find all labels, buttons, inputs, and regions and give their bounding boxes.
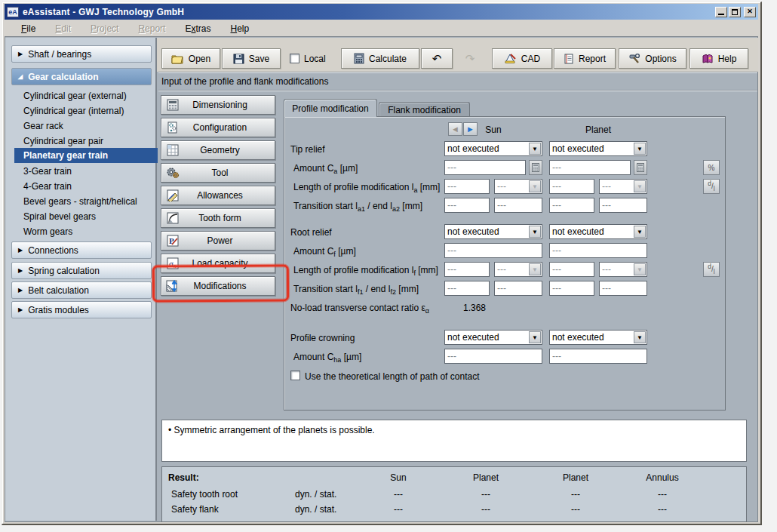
sidebar-item-3-gear-train[interactable]: 3-Gear train	[11, 164, 156, 179]
maximize-button[interactable]	[729, 7, 741, 17]
sidebar-item-cylindrical-gear-internal[interactable]: Cylindrical gear (internal)	[11, 103, 156, 118]
sidebar-group-connections[interactable]: ▶ Connections	[11, 241, 152, 259]
transition-f2-sun-input[interactable]	[494, 281, 542, 296]
result-value: ---	[628, 504, 696, 515]
notepad-icon	[564, 53, 574, 64]
power-button[interactable]: P Power	[161, 231, 275, 251]
modifications-button[interactable]: Modifications	[161, 276, 275, 296]
length-lf-planet-select[interactable]: ---▼	[599, 262, 647, 277]
open-button[interactable]: Open	[161, 48, 220, 69]
profile-modification-panel: ◄ ► Sun Planet Tip relief not executed▼ …	[284, 116, 726, 411]
dropdown-arrow-icon[interactable]: ▼	[529, 226, 541, 238]
sidebar-group-shaft-bearings[interactable]: ▶ Shaft / bearings	[11, 45, 152, 63]
profile-crowning-planet-select[interactable]: not executed▼	[549, 330, 647, 345]
transition-a1-sun-input[interactable]	[444, 198, 490, 213]
minimize-button[interactable]	[715, 7, 727, 17]
tool-button[interactable]: Tool	[161, 163, 275, 183]
root-relief-sun-select[interactable]: not executed▼	[444, 224, 542, 239]
local-checkbox-label: Local	[304, 54, 326, 64]
calculator-icon	[354, 53, 364, 64]
collapsed-arrow-icon: ▶	[18, 51, 23, 57]
percent-button[interactable]: %	[703, 160, 720, 175]
tip-relief-planet-select[interactable]: not executed▼	[549, 141, 647, 156]
sidebar-group-spring-calculation[interactable]: ▶ Spring calculation	[11, 262, 152, 279]
tip-relief-label: Tip relief	[290, 144, 325, 155]
cad-button[interactable]: CAD	[492, 48, 552, 69]
amount-cf-planet-input[interactable]	[549, 243, 647, 258]
amount-cha-sun-input[interactable]	[444, 349, 542, 364]
transition-f1-sun-input[interactable]	[444, 281, 490, 296]
amount-ca-sun-input[interactable]	[444, 160, 526, 175]
sidebar-item-planetary-gear-train[interactable]: Planetary gear train	[14, 148, 158, 163]
transition-f1-planet-input[interactable]	[549, 281, 594, 296]
sigma-x-icon: σx	[165, 257, 180, 270]
calculate-button[interactable]: Calculate	[341, 48, 419, 69]
root-relief-planet-select[interactable]: not executed▼	[549, 224, 647, 239]
amount-ca-planet-input[interactable]	[549, 160, 631, 175]
configuration-button[interactable]: Configuration	[161, 118, 275, 137]
dropdown-arrow-icon: ▼	[529, 263, 541, 275]
dropdown-arrow-icon[interactable]: ▼	[529, 331, 541, 343]
dl-ratio-button[interactable]: d/l	[703, 179, 720, 194]
transition-f2-planet-input[interactable]	[599, 281, 647, 296]
amount-ca-planet-calc-button[interactable]	[634, 160, 647, 175]
result-panel: Result: Sun Planet Planet Annulus Safety…	[161, 466, 747, 522]
result-column-planet1: Planet	[452, 472, 520, 483]
amount-ca-sun-calc-button[interactable]	[529, 160, 542, 175]
transition-a2-planet-input[interactable]	[599, 198, 647, 213]
dropdown-arrow-icon[interactable]: ▼	[634, 226, 646, 238]
transition-a2-sun-input[interactable]	[494, 198, 542, 213]
allowances-button[interactable]: Allowances	[161, 186, 275, 205]
options-button[interactable]: Options	[619, 48, 686, 69]
sidebar-item-worm-gears[interactable]: Worm gears	[11, 224, 156, 239]
profile-crowning-sun-select[interactable]: not executed▼	[444, 330, 542, 345]
sidebar-item-gear-rack[interactable]: Gear rack	[11, 118, 156, 134]
sidebar-item-bevel-gears[interactable]: Bevel gears - straight/helical	[11, 194, 156, 209]
menu-file[interactable]: File	[21, 23, 35, 34]
help-button[interactable]: Help	[689, 48, 748, 69]
dropdown-arrow-icon[interactable]: ▼	[529, 143, 541, 155]
sidebar-item-cylindrical-gear-external[interactable]: Cylindrical gear (external)	[11, 88, 156, 103]
length-la-sun-select[interactable]: ---▼	[494, 179, 542, 194]
report-button[interactable]: Report	[554, 48, 616, 69]
theoretical-length-checkbox[interactable]	[290, 371, 300, 380]
tab-flank-modification[interactable]: Flank modification	[379, 102, 470, 117]
menu-help[interactable]: Help	[230, 23, 249, 34]
profile-crowning-label: Profile crowning	[290, 333, 355, 343]
sidebar-item-spiral-bevel-gears[interactable]: Spiral bevel gears	[11, 209, 156, 224]
result-value: ---	[542, 504, 610, 515]
sidebar-item-4-gear-train[interactable]: 4-Gear train	[11, 179, 156, 194]
dropdown-arrow-icon: ▼	[634, 180, 646, 192]
length-lf-planet-input[interactable]	[549, 262, 594, 277]
load-capacity-button[interactable]: σx Load capacity	[161, 254, 275, 273]
length-lf-label: Length of profile modification lf [mm]	[293, 265, 438, 277]
minimize-icon	[718, 14, 724, 15]
amount-cf-sun-input[interactable]	[444, 243, 542, 258]
save-button[interactable]: Save	[222, 48, 281, 69]
dropdown-arrow-icon[interactable]: ▼	[634, 143, 646, 155]
tip-relief-sun-select[interactable]: not executed▼	[444, 141, 542, 156]
geometry-button[interactable]: Geometry	[161, 140, 275, 160]
length-la-planet-select[interactable]: ---▼	[599, 179, 647, 194]
amount-cha-planet-input[interactable]	[549, 349, 647, 364]
result-column-annulus: Annulus	[628, 472, 696, 483]
length-la-planet-input[interactable]	[549, 179, 594, 194]
sidebar-group-gratis-modules[interactable]: ▶ Gratis modules	[11, 301, 152, 318]
tooth-form-button[interactable]: Tooth form	[161, 208, 275, 228]
local-checkbox[interactable]	[290, 54, 299, 63]
menu-extras[interactable]: Extras	[185, 23, 210, 34]
app-icon: eA	[7, 7, 19, 17]
sidebar-group-gear-calculation[interactable]: ◢ Gear calculation	[11, 68, 152, 85]
length-lf-sun-input[interactable]	[444, 262, 490, 277]
length-lf-sun-select[interactable]: ---▼	[494, 262, 542, 277]
dl-ratio-button[interactable]: d/l	[703, 262, 720, 277]
dropdown-arrow-icon[interactable]: ▼	[634, 331, 646, 343]
undo-button[interactable]: ↶	[421, 48, 453, 69]
sidebar-item-cylindrical-gear-pair[interactable]: Cylindrical gear pair	[11, 134, 156, 149]
transition-a1-planet-input[interactable]	[549, 198, 594, 213]
close-button[interactable]: ✕	[744, 7, 756, 17]
tab-profile-modification[interactable]: Profile modification	[284, 99, 377, 117]
sidebar-group-belt-calculation[interactable]: ▶ Belt calculation	[11, 281, 152, 299]
dimensioning-button[interactable]: Dimensioning	[161, 95, 275, 115]
length-la-sun-input[interactable]	[444, 179, 490, 194]
